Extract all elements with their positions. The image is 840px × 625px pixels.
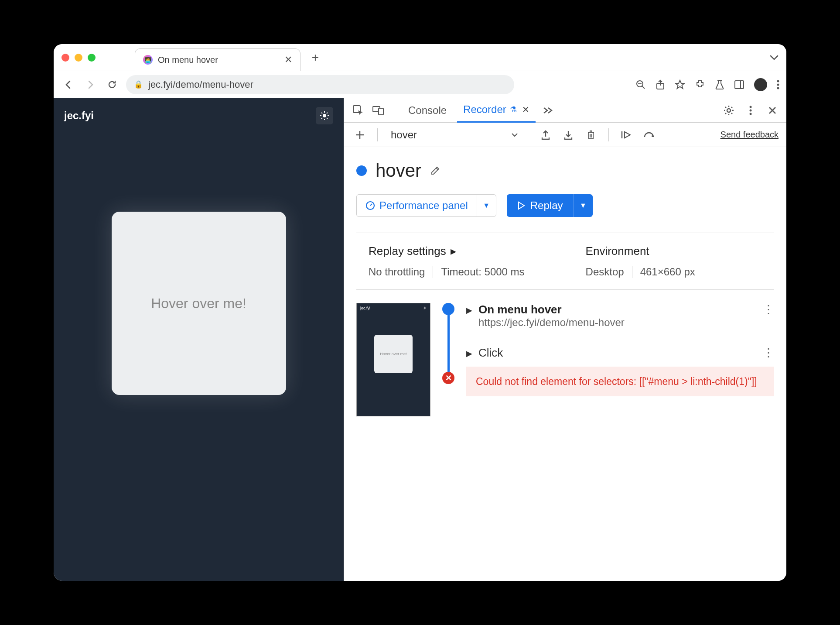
profile-avatar[interactable] xyxy=(754,78,767,91)
sidepanel-icon[interactable] xyxy=(734,80,744,89)
devtools-tabbar: Console Recorder ⚗ ✕ xyxy=(344,98,786,123)
favicon-icon: 🧑‍💻 xyxy=(143,55,153,65)
svg-point-6 xyxy=(777,80,779,82)
step-title: On menu hover xyxy=(478,303,757,316)
svg-line-17 xyxy=(327,113,328,113)
action-buttons: Performance panel ▼ Replay ▼ xyxy=(356,194,774,217)
expand-caret-icon[interactable]: ▶ xyxy=(466,306,472,315)
environment-heading: Environment xyxy=(586,244,695,258)
tab-console[interactable]: Console xyxy=(402,98,453,123)
gauge-icon xyxy=(365,201,375,210)
inspect-element-icon[interactable] xyxy=(350,103,366,118)
minimize-window[interactable] xyxy=(75,54,82,62)
svg-point-24 xyxy=(750,113,752,115)
svg-point-8 xyxy=(777,87,779,89)
replay-main[interactable]: Replay xyxy=(507,199,574,212)
step-menu-icon[interactable]: ⋮ xyxy=(763,303,774,316)
step-menu-icon[interactable]: ⋮ xyxy=(763,346,774,360)
separator xyxy=(608,128,609,141)
recording-dropdown-icon[interactable] xyxy=(511,133,518,137)
replay-settings-heading[interactable]: Replay settings ▸ xyxy=(369,244,525,258)
replay-dropdown[interactable]: ▼ xyxy=(574,194,593,217)
replay-settings-values: No throttling Timeout: 5000 ms xyxy=(369,266,525,278)
import-icon[interactable] xyxy=(560,127,576,143)
svg-line-14 xyxy=(321,113,322,113)
close-tab-icon[interactable]: ✕ xyxy=(284,54,292,65)
performance-panel-main[interactable]: Performance panel xyxy=(357,199,477,212)
extensions-icon[interactable] xyxy=(695,79,705,90)
step-play-icon[interactable] xyxy=(618,127,634,143)
browser-tab[interactable]: 🧑‍💻 On menu hover ✕ xyxy=(135,48,300,71)
content-area: jec.fyi Hover over me! Console Recorder … xyxy=(54,98,786,581)
toolbar-icons xyxy=(635,78,779,91)
edit-title-icon[interactable] xyxy=(430,165,440,176)
caret-right-icon: ▸ xyxy=(451,244,456,258)
url-text: jec.fyi/demo/menu-hover xyxy=(148,79,253,90)
send-feedback-link[interactable]: Send feedback xyxy=(720,130,779,140)
export-icon[interactable] xyxy=(538,127,553,143)
breakpoint-icon[interactable] xyxy=(641,127,657,143)
sun-icon xyxy=(320,111,329,120)
replay-settings-col: Replay settings ▸ No throttling Timeout:… xyxy=(369,244,525,278)
svg-point-9 xyxy=(323,114,326,117)
zoom-icon[interactable] xyxy=(635,79,646,90)
tab-recorder[interactable]: Recorder ⚗ ✕ xyxy=(457,98,536,123)
devtools-menu-icon[interactable] xyxy=(743,103,758,118)
svg-rect-4 xyxy=(735,81,744,89)
device-toggle-icon[interactable] xyxy=(370,103,386,118)
close-devtools-icon[interactable] xyxy=(765,103,780,118)
more-tabs-icon[interactable] xyxy=(540,103,556,118)
webpage: jec.fyi Hover over me! xyxy=(54,98,344,581)
delete-icon[interactable] xyxy=(583,127,599,143)
close-tab-icon[interactable]: ✕ xyxy=(522,104,529,115)
performance-panel-button: Performance panel ▼ xyxy=(356,194,496,217)
separator xyxy=(528,128,528,141)
expand-caret-icon[interactable]: ▶ xyxy=(466,349,472,358)
timeline: ✕ xyxy=(439,303,458,416)
browser-menu-icon[interactable] xyxy=(777,80,779,89)
svg-point-22 xyxy=(750,106,752,108)
tab-overflow-icon[interactable] xyxy=(770,55,779,60)
steps-list: ▶ On menu hover https://jec.fyi/demo/men… xyxy=(466,303,774,416)
settings-section: Replay settings ▸ No throttling Timeout:… xyxy=(356,233,774,290)
recording-selector[interactable]: hover xyxy=(391,129,417,141)
performance-dropdown[interactable]: ▼ xyxy=(477,195,496,216)
lock-icon: 🔒 xyxy=(134,80,143,89)
timeline-error-icon: ✕ xyxy=(442,372,454,384)
recorder-body: hover Performance panel ▼ Re xyxy=(344,147,786,581)
url-field[interactable]: 🔒 jec.fyi/demo/menu-hover xyxy=(126,75,514,94)
recording-title: hover xyxy=(376,160,421,181)
bookmark-star-icon[interactable] xyxy=(675,79,685,90)
settings-gear-icon[interactable] xyxy=(721,103,737,118)
new-recording-button[interactable] xyxy=(352,127,368,143)
timeout-value: Timeout: 5000 ms xyxy=(441,266,524,278)
reload-button[interactable] xyxy=(104,77,120,93)
tab-title: On menu hover xyxy=(158,55,218,65)
hover-target-box[interactable]: Hover over me! xyxy=(112,212,286,395)
back-button[interactable] xyxy=(61,77,76,93)
page-thumbnail: jec.fyi ☀ Hover over me! xyxy=(356,303,430,416)
recording-title-row: hover xyxy=(356,160,774,181)
close-window[interactable] xyxy=(61,54,69,62)
throttling-value: No throttling xyxy=(369,266,425,278)
share-icon[interactable] xyxy=(656,79,665,90)
new-tab-button[interactable]: + xyxy=(312,51,319,65)
separator xyxy=(632,266,632,278)
labs-flask-icon[interactable] xyxy=(715,79,724,90)
replay-button: Replay ▼ xyxy=(507,194,593,217)
experimental-flask-icon: ⚗ xyxy=(510,105,517,114)
svg-point-7 xyxy=(777,83,779,86)
titlebar: 🧑‍💻 On menu hover ✕ + xyxy=(54,44,786,71)
forward-button[interactable] xyxy=(82,77,98,93)
page-header: jec.fyi xyxy=(54,98,344,133)
environment-col: Environment Desktop 461×660 px xyxy=(586,244,695,278)
environment-values: Desktop 461×660 px xyxy=(586,266,695,278)
theme-toggle-button[interactable] xyxy=(316,107,333,124)
error-message: Could not find element for selectors: [[… xyxy=(466,367,774,396)
separator xyxy=(394,104,394,117)
step-click-wrapper: ▶ Click ⋮ Could not find element for sel… xyxy=(466,346,774,396)
thumb-hoverbox: Hover over me! xyxy=(374,335,413,373)
maximize-window[interactable] xyxy=(88,54,96,62)
svg-point-23 xyxy=(750,109,752,111)
devtools-panel: Console Recorder ⚗ ✕ hover xyxy=(344,98,786,581)
